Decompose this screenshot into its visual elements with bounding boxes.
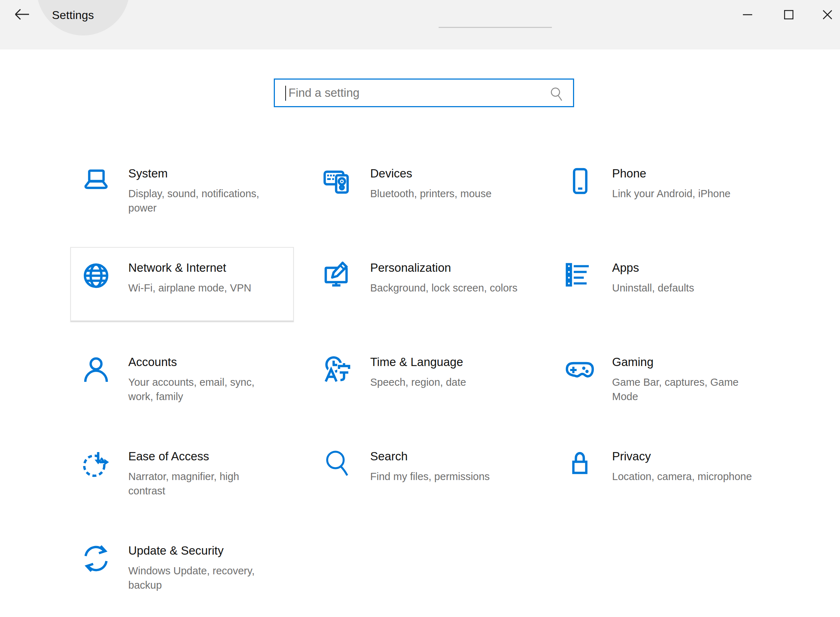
- tile-title: Accounts: [128, 354, 255, 370]
- close-button[interactable]: [811, 4, 840, 26]
- divider: [439, 27, 552, 28]
- clock-language-icon: [323, 355, 353, 385]
- lock-icon: [565, 449, 595, 479]
- gamepad-icon: [565, 355, 595, 385]
- tile-personalization[interactable]: Personalization Background, lock screen,…: [312, 247, 536, 322]
- minimize-button[interactable]: [731, 4, 764, 26]
- back-button[interactable]: [11, 5, 33, 25]
- tile-privacy[interactable]: Privacy Location, camera, microphone: [554, 435, 778, 511]
- tile-title: Privacy: [612, 449, 752, 464]
- tile-subtitle: Windows Update, recovery, backup: [128, 564, 255, 592]
- person-icon: [81, 355, 111, 385]
- tile-devices[interactable]: Devices Bluetooth, printers, mouse: [312, 153, 536, 228]
- tile-title: Time & Language: [370, 354, 466, 370]
- tile-network-internet[interactable]: Network & Internet Wi-Fi, airplane mode,…: [70, 247, 294, 322]
- laptop-icon: [81, 166, 111, 196]
- tile-title: Ease of Access: [128, 449, 239, 464]
- list-icon: [565, 261, 595, 291]
- sync-arrows-icon: [81, 543, 111, 574]
- close-icon: [823, 10, 832, 19]
- category-grid: System Display, sound, notifications, po…: [70, 153, 778, 605]
- tile-title: System: [128, 165, 259, 182]
- maximize-button[interactable]: [773, 4, 805, 26]
- search-box: [274, 78, 574, 107]
- tile-subtitle: Your accounts, email, sync, work, family: [128, 375, 255, 404]
- search-icon[interactable]: [550, 87, 564, 103]
- tile-subtitle: Find my files, permissions: [370, 469, 490, 484]
- tile-title: Phone: [612, 165, 731, 182]
- keyboard-speaker-icon: [323, 166, 353, 196]
- monitor-brush-icon: [323, 261, 353, 291]
- tile-time-language[interactable]: Time & Language Speech, region, date: [312, 341, 536, 416]
- tile-title: Devices: [370, 165, 492, 182]
- maximize-icon: [784, 10, 793, 19]
- back-arrow-icon: [13, 7, 31, 23]
- tile-title: Personalization: [370, 260, 517, 276]
- tile-title: Search: [370, 449, 490, 464]
- tile-title: Update & Security: [128, 543, 255, 559]
- tile-phone[interactable]: Phone Link your Android, iPhone: [554, 153, 778, 228]
- tile-gaming[interactable]: Gaming Game Bar, captures, Game Mode: [554, 341, 778, 416]
- tile-subtitle: Narrator, magnifier, high contrast: [128, 469, 239, 498]
- tile-ease-of-access[interactable]: Ease of Access Narrator, magnifier, high…: [70, 435, 294, 511]
- tile-title: Network & Internet: [128, 260, 251, 276]
- tile-subtitle: Game Bar, captures, Game Mode: [612, 375, 738, 404]
- page-title: Settings: [52, 9, 94, 22]
- tile-subtitle: Link your Android, iPhone: [612, 186, 731, 201]
- text-caret: [285, 86, 286, 101]
- tile-subtitle: Wi-Fi, airplane mode, VPN: [128, 281, 251, 295]
- accessibility-icon: [81, 449, 111, 479]
- phone-icon: [565, 166, 595, 196]
- tile-subtitle: Display, sound, notifications, power: [128, 186, 259, 215]
- globe-icon: [81, 261, 111, 291]
- magnifier-icon: [323, 449, 353, 479]
- tile-title: Apps: [612, 260, 694, 276]
- tile-subtitle: Bluetooth, printers, mouse: [370, 186, 492, 201]
- tile-search[interactable]: Search Find my files, permissions: [312, 435, 536, 511]
- tile-subtitle: Background, lock screen, colors: [370, 281, 517, 295]
- tile-system[interactable]: System Display, sound, notifications, po…: [70, 153, 294, 228]
- tile-title: Gaming: [612, 354, 738, 370]
- minimize-icon: [743, 14, 752, 15]
- tile-subtitle: Location, camera, microphone: [612, 469, 752, 484]
- tile-update-security[interactable]: Update & Security Windows Update, recove…: [70, 530, 294, 605]
- tile-subtitle: Uninstall, defaults: [612, 281, 694, 295]
- tile-subtitle: Speech, region, date: [370, 375, 466, 389]
- search-input[interactable]: [275, 80, 573, 106]
- tile-apps[interactable]: Apps Uninstall, defaults: [554, 247, 778, 322]
- settings-window: Settings: [0, 0, 840, 617]
- title-bar: Settings: [0, 0, 840, 49]
- tile-accounts[interactable]: Accounts Your accounts, email, sync, wor…: [70, 341, 294, 416]
